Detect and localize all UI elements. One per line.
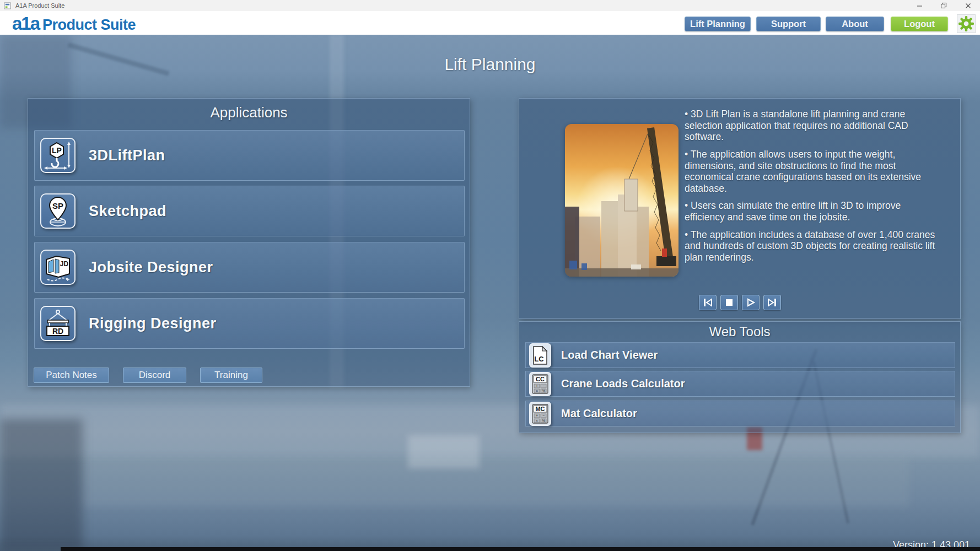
logo-text: Product Suite — [42, 17, 136, 33]
os-titlebar: A1A Product Suite — [0, 0, 980, 11]
bullet-item: • The application allows users to input … — [685, 149, 943, 195]
play-button[interactable] — [742, 295, 760, 310]
calc-key: % — [542, 419, 545, 423]
skip-to-start-icon — [702, 298, 714, 307]
icon-letters: RD — [52, 327, 63, 336]
nav-about-button[interactable]: About — [826, 17, 884, 31]
jobsite-designer-icon: JD — [40, 250, 76, 285]
calc-key: − — [542, 384, 545, 388]
3dliftplan-icon: LP — [40, 138, 76, 173]
skip-to-end-button[interactable] — [763, 295, 781, 310]
app-item-label: Jobsite Designer — [89, 259, 213, 276]
feature-bullets: • 3D Lift Plan is a standalone lift plan… — [685, 109, 943, 269]
patch-notes-button[interactable]: Patch Notes — [34, 368, 109, 383]
web-tools-title: Web Tools — [519, 324, 960, 339]
tool-label: Crane Loads Calculator — [561, 377, 685, 390]
settings-button[interactable] — [957, 14, 976, 33]
mat-calculator-icon: MC + − × % — [529, 402, 551, 426]
app-item-3dliftplan[interactable]: LP 3DLiftPlan — [34, 130, 465, 181]
training-button[interactable]: Training — [200, 368, 262, 383]
page-title: Lift Planning — [0, 55, 980, 74]
logo-mark: a1a — [12, 13, 39, 34]
info-panel: • 3D Lift Plan is a standalone lift plan… — [519, 98, 961, 319]
discord-button[interactable]: Discord — [123, 368, 186, 383]
app-header: a1aProduct Suite Lift Planning Support A… — [0, 11, 980, 35]
crane-loads-calculator-icon: CC + − × % — [529, 372, 551, 396]
bottom-bar — [61, 547, 980, 551]
app-item-label: 3DLiftPlan — [89, 147, 165, 164]
app-item-jobsite-designer[interactable]: JD Jobsite Designer — [34, 242, 465, 293]
lift-plan-rendering-image — [565, 124, 679, 277]
tool-crane-loads-calculator[interactable]: CC + − × % Crane Loads Calculator — [525, 371, 955, 397]
minimize-button[interactable] — [907, 0, 931, 11]
calc-key: × — [536, 389, 538, 393]
close-button[interactable] — [956, 0, 980, 11]
play-icon — [745, 298, 757, 307]
stop-button[interactable] — [720, 295, 738, 310]
icon-letters: MC — [535, 406, 545, 412]
bg-shape — [83, 457, 909, 507]
a1a-logo: a1aProduct Suite — [12, 13, 136, 34]
tool-label: Mat Calculator — [561, 407, 637, 420]
load-chart-viewer-icon: LC — [529, 343, 551, 368]
icon-letters: SP — [52, 201, 63, 210]
gear-icon — [959, 16, 974, 31]
close-icon — [965, 3, 971, 9]
restore-icon — [940, 2, 947, 9]
tool-mat-calculator[interactable]: MC + − × % Mat Calculator — [525, 401, 955, 426]
a1a-product-suite-window: A1A Product Suite a1aProduct Suite — [0, 0, 980, 551]
icon-letters: LC — [534, 355, 544, 363]
window-controls — [907, 0, 980, 11]
app-icon — [4, 2, 11, 9]
app-item-rigging-designer[interactable]: RD Rigging Designer — [34, 298, 465, 349]
nav-support-button[interactable]: Support — [756, 17, 821, 31]
bg-shape — [0, 419, 83, 551]
window-title: A1A Product Suite — [15, 2, 64, 9]
rigging-designer-icon: RD — [40, 306, 76, 341]
calc-key: + — [536, 414, 538, 418]
calc-key: + — [536, 384, 538, 388]
slideshow-controls — [519, 295, 960, 310]
skip-to-end-icon — [766, 298, 778, 307]
applications-panel: Applications LP 3DLiftPlan — [28, 98, 470, 387]
bullet-item: • The application includes a database of… — [685, 229, 943, 263]
restore-button[interactable] — [931, 0, 956, 11]
app-item-sketchpad[interactable]: SP Sketchpad — [34, 186, 465, 236]
bullet-item: • 3D Lift Plan is a standalone lift plan… — [685, 109, 943, 143]
applications-title: Applications — [28, 104, 470, 121]
icon-letters: LP — [52, 146, 62, 155]
bullet-item: • Users can simulate the entire lift in … — [685, 200, 943, 223]
nav-lift-planning-button[interactable]: Lift Planning — [685, 17, 751, 31]
icon-letters: JD — [60, 260, 69, 268]
icon-letters: CC — [536, 376, 545, 382]
skip-to-start-button[interactable] — [699, 295, 717, 310]
calc-key: × — [536, 419, 538, 423]
calc-key: − — [542, 414, 545, 418]
tool-load-chart-viewer[interactable]: LC Load Chart Viewer — [525, 342, 955, 368]
app-item-label: Sketchpad — [89, 203, 166, 220]
stop-icon — [723, 298, 735, 307]
sketchpad-icon: SP — [40, 193, 76, 229]
web-tools-panel: Web Tools LC Load Chart Viewer CC — [519, 321, 961, 433]
tool-label: Load Chart Viewer — [561, 349, 658, 361]
minimize-icon — [917, 3, 923, 9]
app-item-label: Rigging Designer — [89, 315, 217, 332]
calc-key: % — [542, 389, 545, 393]
logout-button[interactable]: Logout — [891, 17, 948, 31]
bg-shape — [408, 435, 480, 468]
